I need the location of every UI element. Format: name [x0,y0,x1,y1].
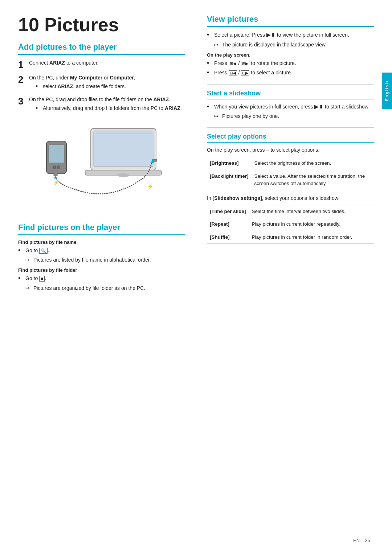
slideshow-settings-label: [Slideshow settings] [213,195,262,201]
find-folder-dot: • [18,275,25,283]
device-illustration-svg: ⚡ ⚡ [40,121,163,216]
find-folder-arrow: ↦ Pictures are organized by file folder … [25,284,185,292]
step-2-subbullets: • select ARIAZ, and create file folders. [29,83,185,91]
view-arrow-list: ↦ The picture is displayed in the landsc… [207,41,374,49]
backlight-key: [Backlight timer] [207,170,252,190]
step-2-sub1-text: select ARIAZ, and create file folders. [43,83,126,90]
add-pictures-section: Add pictures to the player 1 Connect ARI… [18,42,185,114]
view-arrow-sym: ↦ [214,41,222,49]
play-bullet-2: • Press ⊡◀ / ⊡▶ to select a picture. [207,69,374,77]
add-section-heading: Add pictures to the player [18,42,185,55]
play-dot-2: • [207,69,214,77]
repeat-key: [Repeat] [207,218,249,231]
play-screen-label: On the play screen, [207,52,374,58]
folder-icon-inline: ■ [39,276,45,282]
slideshow-arrows: ↦ Pictures play one by one. [207,112,374,120]
option-row-repeat: [Repeat] Play pictures in current folder… [207,218,374,231]
options-table-2: [Time per slide] Select the time interva… [207,205,374,244]
view-arrow-text-1: The picture is displayed in the landscap… [222,41,327,49]
repeat-value: Play pictures in current folder repeated… [249,218,374,231]
timeper-key: [Time per slide] [207,205,249,218]
option-row-shuffle: [Shuffle] Play pictures in current folde… [207,231,374,243]
slideshow-arrow-sym: ↦ [214,112,222,120]
step-3-dot: • [36,104,43,112]
svg-rect-7 [49,145,64,163]
step-2-content: On the PC, under My Computer or Computer… [29,74,185,92]
step-1: 1 Connect ARIAZ to a computer. [18,59,185,70]
brightness-value: Select the brightness of the screen. [252,157,374,170]
timeper-value: Select the time interval between two sli… [249,205,374,218]
view-bullet-1: • Select a picture. Press ▶⏸ to view the… [207,31,374,39]
view-text-1: Select a picture. Press ▶⏸ to view the p… [214,31,349,39]
play-text-2: Press ⊡◀ / ⊡▶ to select a picture. [214,69,292,77]
search-icon-inline: 🔍 [39,248,48,254]
divider-2 [207,127,374,128]
find-name-arrow: ↦ Pictures are listed by file name in al… [25,256,185,264]
language-label: English [384,80,389,101]
rotate-icon-1: ⊞◀ [229,61,237,66]
view-dot-1: • [207,31,214,39]
step-3: 3 On the PC, drag and drop files to the … [18,96,185,114]
find-by-name-heading: Find pictures by file name [18,239,185,245]
slideshow-bullet-1: • When you view pictures in full screen,… [207,103,374,111]
divider-1 [207,84,374,85]
slideshow-bullets: • When you view pictures in full screen,… [207,103,374,111]
slideshow-text-1: When you view pictures in full screen, p… [214,103,369,111]
find-by-folder-list: • Go to ■. [18,275,185,283]
find-name-dot: • [18,247,25,255]
slideshow-dot-1: • [207,103,214,111]
step-2: 2 On the PC, under My Computer or Comput… [18,74,185,92]
find-folder-text: Go to ■. [25,275,46,282]
find-by-folder-arrows: ↦ Pictures are organized by file folder … [18,284,185,292]
chapter-name: Pictures [44,14,119,35]
find-by-folder-heading: Find pictures by file folder [18,267,185,273]
page-footer: EN 35 [353,538,370,543]
select-icon-2: ⊡▶ [241,70,249,75]
rotate-icon-2: ⊞▶ [241,61,249,66]
play-bullet-1: • Press ⊞◀ / ⊞▶ to rotate the picture. [207,59,374,67]
svg-text:⚡: ⚡ [53,180,60,186]
play-dot-1: • [207,59,214,67]
arrow-sym-2: ↦ [25,284,33,292]
slideshow-heading: Start a slideshow [207,90,374,99]
view-arrow-1: ↦ The picture is displayed in the landsc… [214,41,374,49]
left-column: 10 Pictures Add pictures to the player 1… [18,15,196,539]
device-illustration-area: ⚡ ⚡ [18,121,185,216]
find-by-name-bullet: • Go to 🔍. [18,247,185,255]
find-name-text: Go to 🔍. [25,247,49,254]
slideshow-arrow-text: Pictures play one by one. [222,112,279,120]
play-screen-bullets: • Press ⊞◀ / ⊞▶ to rotate the picture. •… [207,59,374,77]
options-table-1: [Brightness] Select the brightness of th… [207,157,374,190]
find-by-folder-bullet: • Go to ■. [18,275,185,283]
brightness-key: [Brightness] [207,157,252,170]
svg-point-9 [57,165,60,169]
slideshow-arrow-1: ↦ Pictures play one by one. [214,112,374,120]
option-row-backlight: [Backlight timer] Select a value. After … [207,170,374,190]
step-3-bold: ARIAZ [153,97,169,102]
step-3-content: On the PC, drag and drop files to the fi… [29,96,185,114]
find-name-arrow-text: Pictures are listed by file name in alph… [33,256,151,264]
play-options-section: Select play options On the play screen, … [207,133,374,244]
menu-icon: ≡ [266,147,269,153]
svg-point-8 [53,165,56,169]
chapter-number: 10 [18,14,39,35]
view-section-heading: View pictures [207,15,374,27]
step-2-number: 2 [18,74,29,85]
play-options-intro: On the play screen, press ≡ to select pl… [207,146,374,154]
step-3-subbullets: • Alternatively, drag and drop file fold… [29,104,185,112]
play-options-heading: Select play options [207,133,374,143]
step-3-number: 3 [18,96,29,107]
slideshow-section: Start a slideshow • When you view pictur… [207,90,374,120]
view-bullet-list: • Select a picture. Press ▶⏸ to view the… [207,31,374,39]
step-3-sub1: • Alternatively, drag and drop file fold… [36,104,185,112]
svg-point-3 [117,173,130,177]
option-row-brightness: [Brightness] Select the brightness of th… [207,157,374,170]
chapter-title: 10 Pictures [18,15,185,35]
view-pictures-section: View pictures • Select a picture. Press … [207,15,374,77]
find-section-heading: Find pictures on the player [18,223,185,235]
svg-text:⚡: ⚡ [147,184,154,190]
shuffle-value: Play pictures in current folder in rando… [249,231,374,243]
step-3-sub1-text: Alternatively, drag and drop file folder… [43,104,182,112]
footer-lang: EN [353,538,360,543]
play-text-1: Press ⊞◀ / ⊞▶ to rotate the picture. [214,59,296,67]
